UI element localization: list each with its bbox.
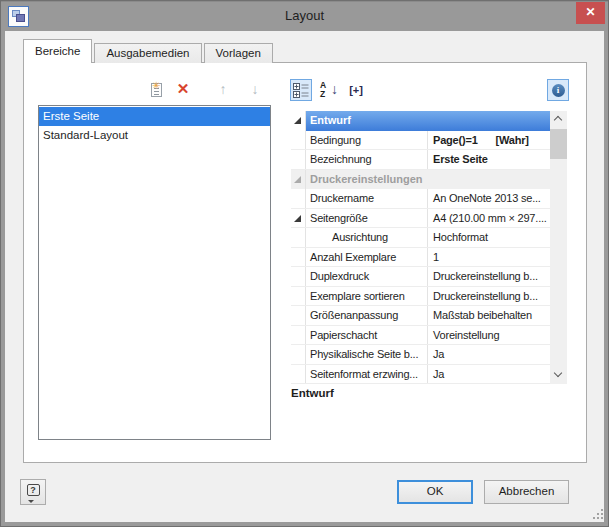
property-value[interactable]: Voreinstellung bbox=[427, 326, 550, 345]
new-layout-button[interactable]: ✳ bbox=[145, 79, 165, 99]
expand-all-button[interactable]: [+] bbox=[343, 79, 369, 101]
chevron-down-icon bbox=[554, 369, 562, 377]
grid-property-row[interactable]: DruckernameAn OneNote 2013 se... bbox=[291, 189, 550, 209]
property-name: Bezeichnung bbox=[306, 150, 427, 169]
move-up-icon: ↑ bbox=[220, 81, 227, 97]
chevron-up-icon bbox=[554, 116, 562, 124]
move-down-button[interactable]: ↓ bbox=[245, 79, 265, 99]
row-gutter bbox=[291, 248, 306, 267]
move-up-button[interactable]: ↑ bbox=[213, 79, 233, 99]
property-grid: EntwurfBedingungPage()=1[Wahr]Bezeichnun… bbox=[291, 111, 550, 384]
property-value[interactable]: An OneNote 2013 se... bbox=[427, 189, 550, 208]
row-gutter bbox=[291, 209, 306, 228]
property-value[interactable]: 1 bbox=[427, 248, 550, 267]
sparkle-icon: ✳ bbox=[152, 81, 160, 91]
expander-icon[interactable] bbox=[294, 176, 301, 183]
grid-property-row[interactable]: BedingungPage()=1[Wahr] bbox=[291, 131, 550, 151]
move-down-icon: ↓ bbox=[252, 81, 259, 97]
window-title: Layout bbox=[1, 8, 608, 23]
info-icon: i bbox=[552, 84, 565, 97]
grid-property-row[interactable]: Anzahl Exemplare1 bbox=[291, 248, 550, 268]
grid-property-row[interactable]: Seitenformat erzwing...Ja bbox=[291, 365, 550, 385]
row-gutter bbox=[291, 131, 306, 150]
scroll-down-button[interactable] bbox=[550, 367, 567, 384]
titlebar[interactable]: Layout ✕ bbox=[1, 1, 608, 31]
categorized-view-icon bbox=[293, 82, 310, 99]
row-gutter bbox=[291, 267, 306, 286]
list-item[interactable]: Erste Seite bbox=[39, 107, 270, 126]
tabpage-bereiche: ✳ ✕ ↑ ↓ Erste SeiteStandard-Layout bbox=[23, 62, 587, 463]
row-gutter bbox=[291, 326, 306, 345]
row-gutter bbox=[291, 287, 306, 306]
property-value[interactable]: Druckereinstellung b... bbox=[427, 267, 550, 286]
new-layout-icon: ✳ bbox=[151, 83, 162, 97]
tab-vorlagen[interactable]: Vorlagen bbox=[204, 43, 273, 63]
property-value[interactable]: Druckereinstellung b... bbox=[427, 287, 550, 306]
property-name: Druckername bbox=[306, 189, 427, 208]
help-button[interactable]: ? bbox=[20, 479, 46, 505]
category-label: Druckereinstellungen bbox=[306, 170, 550, 190]
property-name: Seitenformat erzwing... bbox=[306, 365, 427, 384]
expander-icon[interactable] bbox=[294, 215, 301, 222]
grid-property-row[interactable]: AusrichtungHochformat bbox=[291, 228, 550, 248]
category-label: Entwurf bbox=[306, 111, 550, 131]
grid-property-row[interactable]: DuplexdruckDruckereinstellung b... bbox=[291, 267, 550, 287]
row-gutter bbox=[291, 189, 306, 208]
expander-icon[interactable] bbox=[294, 117, 301, 124]
property-name: Seitengröße bbox=[306, 209, 427, 228]
cancel-button[interactable]: Abbrechen bbox=[484, 480, 569, 504]
row-gutter bbox=[291, 306, 306, 325]
tab-bereiche[interactable]: Bereiche bbox=[23, 39, 92, 63]
grid-property-row[interactable]: BezeichnungErste Seite bbox=[291, 150, 550, 170]
categorized-view-button[interactable] bbox=[290, 79, 312, 101]
row-gutter bbox=[291, 345, 306, 364]
grid-category-row[interactable]: Druckereinstellungen bbox=[291, 170, 550, 190]
help-icon: ? bbox=[27, 484, 40, 496]
property-value[interactable]: Erste Seite bbox=[427, 150, 550, 169]
property-name: Größenanpassung bbox=[306, 306, 427, 325]
list-item[interactable]: Standard-Layout bbox=[39, 126, 270, 145]
row-gutter bbox=[291, 228, 306, 247]
ok-button[interactable]: OK bbox=[397, 480, 473, 504]
property-name: Ausrichtung bbox=[306, 228, 427, 247]
sort-az-icon: A Z bbox=[320, 81, 326, 99]
property-name: Papierschacht bbox=[306, 326, 427, 345]
grid-category-row[interactable]: Entwurf bbox=[291, 111, 550, 131]
property-name: Bedingung bbox=[306, 131, 427, 150]
row-gutter bbox=[291, 365, 306, 384]
layout-dialog: Layout ✕ BereicheAusgabemedienVorlagen ✳… bbox=[0, 0, 609, 527]
grid-property-row[interactable]: SeitengrößeA4 (210.00 mm × 297.... bbox=[291, 209, 550, 229]
tab-ausgabemedien[interactable]: Ausgabemedien bbox=[94, 43, 201, 63]
resize-grip[interactable] bbox=[593, 509, 595, 511]
property-name: Anzahl Exemplare bbox=[306, 248, 427, 267]
property-value[interactable]: Ja bbox=[427, 365, 550, 384]
tab-strip: BereicheAusgabemedienVorlagen bbox=[23, 39, 275, 63]
property-name: Exemplare sortieren bbox=[306, 287, 427, 306]
scroll-up-button[interactable] bbox=[550, 111, 567, 128]
property-value[interactable]: Hochformat bbox=[427, 228, 550, 247]
grid-property-row[interactable]: PapierschachtVoreinstellung bbox=[291, 326, 550, 346]
property-name: Duplexdruck bbox=[306, 267, 427, 286]
sort-az-button[interactable]: A Z ↓ bbox=[317, 79, 339, 101]
grid-property-row[interactable]: Exemplare sortierenDruckereinstellung b.… bbox=[291, 287, 550, 307]
row-gutter bbox=[291, 111, 306, 131]
property-value[interactable]: Page()=1[Wahr] bbox=[427, 131, 550, 150]
info-toggle-button[interactable]: i bbox=[547, 79, 569, 101]
sort-arrow-icon: ↓ bbox=[331, 81, 338, 97]
row-gutter bbox=[291, 170, 306, 190]
layout-listbox[interactable]: Erste SeiteStandard-Layout bbox=[38, 105, 271, 440]
grid-property-row[interactable]: GrößenanpassungMaßstab beibehalten bbox=[291, 306, 550, 326]
grid-property-row[interactable]: Physikalische Seite b...Ja bbox=[291, 345, 550, 365]
grid-scrollbar[interactable] bbox=[550, 111, 567, 384]
close-button[interactable]: ✕ bbox=[576, 2, 605, 24]
property-value[interactable]: Ja bbox=[427, 345, 550, 364]
description-title: Entwurf bbox=[291, 387, 334, 399]
property-name: Physikalische Seite b... bbox=[306, 345, 427, 364]
property-value[interactable]: A4 (210.00 mm × 297.... bbox=[427, 209, 550, 228]
property-value[interactable]: Maßstab beibehalten bbox=[427, 306, 550, 325]
delete-button[interactable]: ✕ bbox=[173, 79, 193, 99]
expand-all-icon: [+] bbox=[349, 84, 363, 96]
row-gutter bbox=[291, 150, 306, 169]
delete-icon: ✕ bbox=[177, 80, 190, 97]
scroll-thumb[interactable] bbox=[550, 129, 567, 159]
